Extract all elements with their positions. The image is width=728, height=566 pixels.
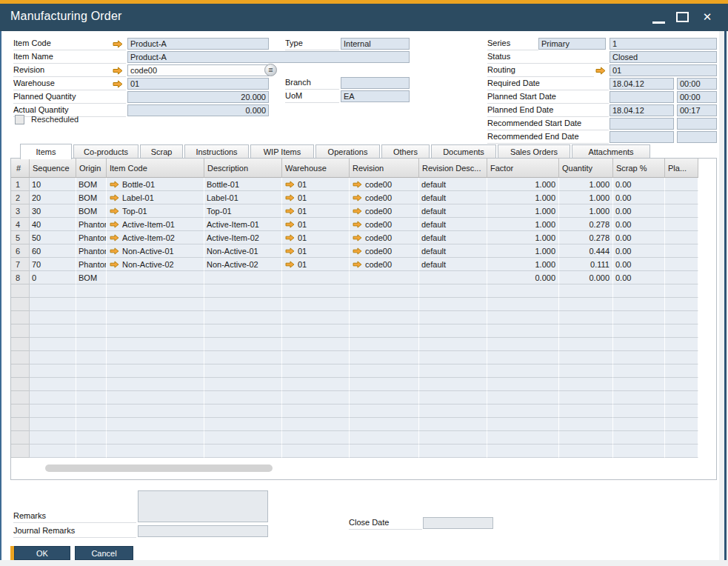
ok-button[interactable]: OK <box>14 546 70 560</box>
horizontal-scrollbar-thumb[interactable] <box>45 465 273 472</box>
required-time-field[interactable]: 00:00 <box>677 78 717 90</box>
journal-remarks-field[interactable] <box>138 525 268 537</box>
recommended-end-date-field[interactable] <box>610 131 674 143</box>
table-row[interactable] <box>11 311 698 324</box>
table-row[interactable]: 7 70 Phantom Non-Active-02 Non-Active-02… <box>11 258 698 271</box>
row-number[interactable]: 6 <box>11 244 30 258</box>
link-arrow-icon[interactable] <box>285 261 295 268</box>
column-header[interactable]: Factor <box>487 159 559 178</box>
column-header[interactable]: Revision Desc... <box>419 159 487 178</box>
table-row[interactable] <box>11 298 698 311</box>
status-field[interactable]: Closed <box>610 51 717 63</box>
recommended-end-time-field[interactable] <box>677 131 717 143</box>
table-row[interactable] <box>11 431 698 445</box>
table-row[interactable]: 1 10 BOM Bottle-01 Bottle-01 01 code00 d… <box>11 178 698 191</box>
item-name-field[interactable]: Product-A <box>127 51 410 63</box>
row-number[interactable]: 3 <box>11 204 30 218</box>
link-arrow-icon[interactable] <box>285 247 295 255</box>
column-header[interactable]: Quantity <box>559 159 613 178</box>
table-row[interactable] <box>11 284 698 298</box>
row-number[interactable]: 5 <box>11 231 30 244</box>
branch-field[interactable] <box>341 77 410 89</box>
link-arrow-icon[interactable] <box>285 221 295 228</box>
planned-end-time-field[interactable]: 00:17 <box>677 104 717 116</box>
minimize-icon[interactable] <box>652 21 665 24</box>
link-arrow-icon[interactable] <box>285 234 295 242</box>
column-header[interactable]: # <box>11 159 30 178</box>
link-arrow-icon[interactable] <box>353 234 362 242</box>
table-row[interactable] <box>11 391 698 404</box>
column-header[interactable]: Item Code <box>107 159 204 178</box>
row-number[interactable]: 7 <box>11 258 30 271</box>
actual-quantity-field[interactable]: 0.000 <box>127 104 269 116</box>
table-row[interactable] <box>11 338 698 351</box>
link-arrow-icon[interactable] <box>285 194 295 202</box>
table-row[interactable] <box>11 445 698 458</box>
planned-end-date-field[interactable]: 18.04.12 <box>610 104 674 116</box>
link-arrow-icon[interactable] <box>285 207 295 215</box>
column-header[interactable]: Warehouse <box>282 159 350 178</box>
revision-field[interactable]: code00 <box>127 64 269 76</box>
recommended-start-date-field[interactable] <box>610 118 674 130</box>
table-row[interactable] <box>11 378 698 391</box>
table-row[interactable]: 6 60 Phantom Non-Active-01 Non-Active-01… <box>11 244 698 258</box>
rescheduled-checkbox[interactable] <box>15 115 24 124</box>
table-row[interactable] <box>11 404 698 418</box>
table-row[interactable]: 3 30 BOM Top-01 Top-01 01 code00 default… <box>11 204 698 218</box>
column-header[interactable]: Origin <box>76 159 107 178</box>
link-arrow-icon[interactable] <box>110 234 119 242</box>
link-arrow-icon[interactable] <box>110 221 119 228</box>
series-number-field[interactable]: 1 <box>610 38 717 50</box>
close-icon[interactable]: ✕ <box>700 10 715 24</box>
link-arrow-icon[interactable] <box>353 207 362 215</box>
tab-sales-orders[interactable]: Sales Orders <box>498 144 570 158</box>
table-row[interactable] <box>11 324 698 338</box>
choose-from-list-icon[interactable]: ≡ <box>264 64 277 76</box>
planned-quantity-field[interactable]: 20.000 <box>127 91 269 103</box>
planned-start-date-field[interactable] <box>610 91 674 103</box>
link-arrow-icon[interactable] <box>353 261 362 268</box>
link-arrow-icon[interactable] <box>110 207 119 215</box>
link-arrow-icon[interactable] <box>110 247 119 255</box>
remarks-field[interactable] <box>138 490 268 522</box>
tab-co-products[interactable]: Co-products <box>73 144 138 158</box>
maximize-icon[interactable] <box>676 12 689 22</box>
column-header[interactable]: Pla... <box>665 159 698 178</box>
tab-instructions[interactable]: Instructions <box>184 144 249 158</box>
link-arrow-icon[interactable] <box>110 261 119 268</box>
type-field[interactable]: Internal <box>341 38 410 50</box>
link-arrow-icon[interactable] <box>113 40 123 48</box>
link-arrow-icon[interactable] <box>353 247 362 255</box>
required-date-field[interactable]: 18.04.12 <box>610 78 674 90</box>
link-arrow-icon[interactable] <box>113 80 123 88</box>
recommended-start-time-field[interactable] <box>677 118 717 130</box>
tab-scrap[interactable]: Scrap <box>140 144 183 158</box>
row-number[interactable]: 1 <box>11 178 30 191</box>
column-header[interactable]: Scrap % <box>613 159 665 178</box>
tab-attachments[interactable]: Attachments <box>572 144 650 158</box>
tab-documents[interactable]: Documents <box>431 144 496 158</box>
column-header[interactable]: Revision <box>350 159 419 178</box>
table-row[interactable]: 2 20 BOM Label-01 Label-01 01 code00 def… <box>11 191 698 204</box>
close-date-field[interactable] <box>423 517 493 529</box>
link-arrow-icon[interactable] <box>353 221 362 228</box>
link-arrow-icon[interactable] <box>110 194 119 202</box>
link-arrow-icon[interactable] <box>110 181 119 188</box>
link-arrow-icon[interactable] <box>285 181 295 188</box>
table-row[interactable] <box>11 364 698 378</box>
routing-field[interactable]: 01 <box>610 64 717 76</box>
table-row[interactable] <box>11 418 698 431</box>
tab-items[interactable]: Items <box>20 144 72 159</box>
tab-others[interactable]: Others <box>381 144 430 158</box>
table-row[interactable]: 8 0 BOM 0.000 0.000 0.00 <box>11 271 698 284</box>
table-row[interactable]: 5 50 Phantom Active-Item-02 Active-Item-… <box>11 231 698 244</box>
uom-field[interactable]: EA <box>341 90 410 102</box>
tab-wip-items[interactable]: WIP Items <box>250 144 314 158</box>
table-row[interactable] <box>11 351 698 364</box>
cancel-button[interactable]: Cancel <box>75 546 133 560</box>
series-field[interactable]: Primary <box>538 38 606 50</box>
row-number[interactable]: 2 <box>11 191 30 204</box>
item-code-field[interactable]: Product-A <box>127 38 269 50</box>
column-header[interactable]: Description <box>204 159 282 178</box>
planned-start-time-field[interactable]: 00:00 <box>677 91 717 103</box>
